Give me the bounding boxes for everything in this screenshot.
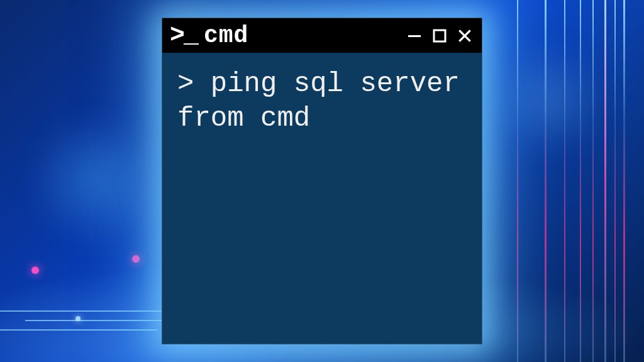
terminal-body[interactable]: > ping sql server from cmd [162,53,482,344]
svg-rect-1 [434,30,445,41]
minimize-button[interactable] [405,26,424,45]
maximize-icon [432,28,447,43]
window-controls [405,26,474,45]
terminal-window: >_ cmd > ping sql server from c [162,18,482,344]
titlebar[interactable]: >_ cmd [162,18,482,53]
close-icon [457,28,473,44]
window-title: cmd [204,22,399,49]
svg-rect-0 [408,35,421,37]
close-button[interactable] [455,26,474,45]
minimize-icon [407,28,422,43]
prompt-character: > [177,68,194,99]
maximize-button[interactable] [430,26,449,45]
command-input[interactable]: ping sql server from cmd [177,68,460,134]
terminal-icon: >_ [170,21,197,50]
